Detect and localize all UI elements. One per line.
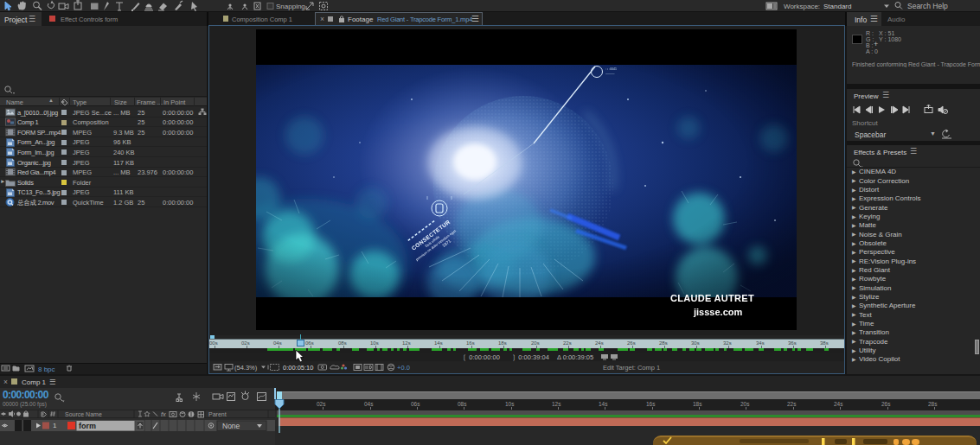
svg-text:Search Help: Search Help [907, 2, 948, 10]
svg-text:form: form [79, 422, 96, 430]
svg-text:None: None [222, 422, 240, 430]
svg-text:Workspace:: Workspace: [784, 3, 820, 10]
svg-text:Edit Target: Comp 1: Edit Target: Comp 1 [603, 364, 660, 372]
svg-text:8 bpc: 8 bpc [38, 366, 55, 373]
svg-text:0:00:05:10: 0:00:05:10 [283, 364, 313, 372]
svg-text:Standard: Standard [823, 3, 851, 10]
svg-text:+0.0: +0.0 [397, 364, 410, 372]
svg-text:(54.3%): (54.3%) [234, 364, 258, 372]
svg-text:fx: fx [161, 410, 166, 418]
svg-text:Parent: Parent [208, 411, 227, 417]
svg-text:Source Name: Source Name [65, 411, 102, 417]
svg-text:Snapping: Snapping [276, 3, 305, 10]
